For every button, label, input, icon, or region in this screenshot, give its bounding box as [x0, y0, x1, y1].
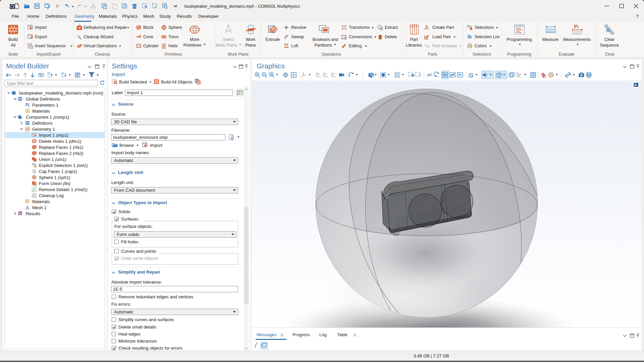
- svg-text:yz: yz: [324, 72, 327, 75]
- svg-text:P: P: [25, 103, 28, 107]
- svg-text:xy: xy: [317, 72, 320, 75]
- svg-text:xz: xz: [332, 72, 335, 75]
- svg-text:Pi: Pi: [574, 24, 578, 29]
